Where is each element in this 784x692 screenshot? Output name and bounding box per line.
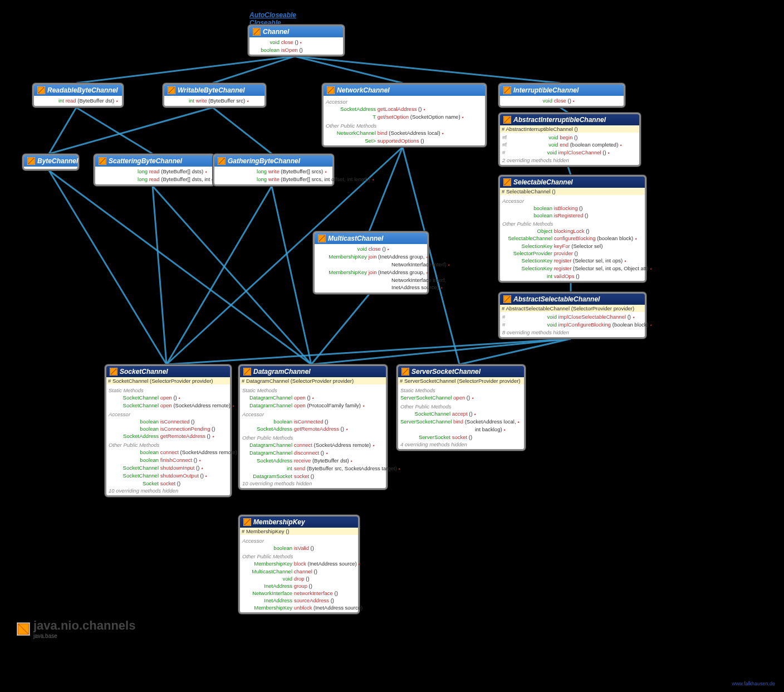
class-icon (503, 116, 511, 124)
svg-line-5 (49, 108, 213, 154)
class-InterruptibleChannel[interactable]: InterruptibleChannelvoid close () ٭ (498, 83, 625, 108)
class-AbstractSelectableChannel[interactable]: AbstractSelectableChannel# AbstractSelec… (498, 292, 646, 339)
constructor: # AbstractInterruptibleChannel () (500, 125, 639, 133)
class-icon (243, 368, 251, 376)
svg-line-3 (295, 56, 560, 83)
svg-line-13 (49, 170, 311, 364)
class-title: GatheringByteChannel (214, 155, 332, 167)
class-ByteChannel[interactable]: ByteChannel (22, 154, 79, 170)
class-icon (503, 295, 511, 303)
svg-line-7 (213, 108, 272, 154)
class-ReadableByteChannel[interactable]: ReadableByteChannelint read (ByteBuffer … (32, 83, 124, 108)
class-title: SocketChannel (106, 366, 230, 377)
class-title: ServerSocketChannel (398, 366, 524, 377)
svg-line-9 (560, 108, 568, 113)
class-title: SelectableChannel (500, 177, 645, 188)
class-NetworkChannel[interactable]: NetworkChannelAccessorSocketAddress getL… (322, 83, 487, 147)
svg-line-14 (153, 186, 166, 364)
class-icon (99, 157, 106, 165)
svg-line-20 (311, 294, 369, 364)
class-MembershipKey[interactable]: MembershipKey# MembershipKey ()Accessorb… (238, 515, 360, 614)
package-label: java.nio.channels java.base (17, 618, 135, 639)
class-title: AbstractInterruptibleChannel (500, 114, 639, 125)
class-icon (401, 368, 409, 376)
class-title: Channel (249, 26, 343, 37)
constructor: # MembershipKey () (240, 528, 358, 535)
constructor: # DatagramChannel (SelectorProvider prov… (240, 377, 386, 384)
svg-line-22 (311, 339, 571, 364)
constructor: # SocketChannel (SelectorProvider provid… (106, 377, 230, 384)
class-icon (253, 28, 261, 36)
svg-line-17 (272, 186, 311, 364)
class-title: ReadableByteChannel (34, 85, 122, 96)
svg-line-23 (459, 339, 571, 364)
svg-line-12 (49, 170, 166, 364)
constructor: # SelectableChannel () (500, 188, 645, 195)
class-title: AbstractSelectableChannel (500, 294, 645, 305)
class-GatheringByteChannel[interactable]: GatheringByteChannellong write (ByteBuff… (213, 154, 334, 186)
class-icon (168, 86, 175, 94)
class-Channel[interactable]: Channelvoid close () ٭boolean isOpen () (248, 25, 345, 56)
class-ServerSocketChannel[interactable]: ServerSocketChannel# ServerSocketChannel… (396, 364, 526, 451)
class-SelectableChannel[interactable]: SelectableChannel# SelectableChannel ()A… (498, 175, 646, 282)
class-icon (27, 157, 35, 165)
constructor: # ServerSocketChannel (SelectorProvider … (398, 377, 524, 384)
svg-line-4 (49, 108, 76, 154)
svg-line-6 (76, 108, 153, 154)
class-icon (110, 368, 117, 376)
class-icon (218, 157, 226, 165)
class-icon (243, 518, 251, 526)
svg-line-0 (76, 56, 295, 83)
svg-line-16 (166, 186, 272, 364)
class-icon (318, 235, 326, 242)
class-title: InterruptibleChannel (500, 85, 624, 96)
credit[interactable]: www.falkhausen.de (732, 681, 775, 686)
class-title: MembershipKey (240, 516, 358, 528)
class-SocketChannel[interactable]: SocketChannel# SocketChannel (SelectorPr… (105, 364, 232, 497)
class-WritableByteChannel[interactable]: WritableByteChannelint write (ByteBuffer… (163, 83, 266, 108)
svg-line-1 (213, 56, 295, 83)
class-title: NetworkChannel (324, 85, 485, 96)
svg-line-15 (153, 186, 311, 364)
class-icon (503, 178, 511, 186)
class-AbstractInterruptibleChannel[interactable]: AbstractInterruptibleChannel# AbstractIn… (498, 113, 641, 167)
svg-line-21 (166, 339, 571, 364)
class-title: WritableByteChannel (164, 85, 264, 96)
class-title: DatagramChannel (240, 366, 386, 377)
class-icon (503, 86, 511, 94)
class-title: ScatteringByteChannel (95, 155, 213, 167)
class-icon (37, 86, 45, 94)
class-title: ByteChannel (24, 155, 77, 167)
class-DatagramChannel[interactable]: DatagramChannel# DatagramChannel (Select… (238, 364, 388, 490)
svg-line-10 (568, 167, 571, 175)
class-icon (327, 86, 335, 94)
svg-line-8 (369, 147, 403, 231)
class-ScatteringByteChannel[interactable]: ScatteringByteChannellong read (ByteBuff… (94, 154, 215, 186)
class-MulticastChannel[interactable]: MulticastChannelvoid close () ٭Membershi… (313, 231, 429, 294)
class-title: MulticastChannel (315, 233, 427, 244)
svg-line-2 (295, 56, 403, 83)
constructor: # AbstractSelectableChannel (SelectorPro… (500, 305, 645, 312)
